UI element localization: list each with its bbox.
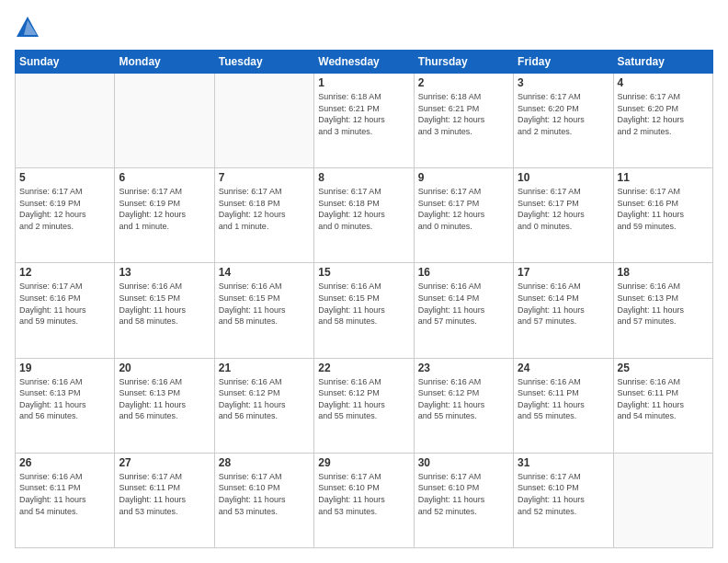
calendar-cell: 14Sunrise: 6:16 AM Sunset: 6:15 PM Dayli… [214,263,313,358]
day-info: Sunrise: 6:17 AM Sunset: 6:19 PM Dayligh… [19,186,110,232]
weekday-header-thursday: Thursday [414,51,513,74]
week-row-1: 5Sunrise: 6:17 AM Sunset: 6:19 PM Daylig… [16,168,713,263]
day-number: 27 [119,456,210,469]
day-number: 22 [318,362,409,374]
day-number: 19 [19,362,110,374]
calendar-cell: 3Sunrise: 6:17 AM Sunset: 6:20 PM Daylig… [514,74,613,168]
calendar: SundayMondayTuesdayWednesdayThursdayFrid… [15,50,713,548]
day-info: Sunrise: 6:16 AM Sunset: 6:15 PM Dayligh… [318,281,409,327]
day-number: 23 [418,362,509,374]
day-number: 18 [618,266,709,279]
calendar-cell: 2Sunrise: 6:18 AM Sunset: 6:21 PM Daylig… [414,74,513,168]
day-info: Sunrise: 6:17 AM Sunset: 6:11 PM Dayligh… [119,471,210,517]
calendar-cell: 8Sunrise: 6:17 AM Sunset: 6:18 PM Daylig… [314,168,414,263]
calendar-cell: 9Sunrise: 6:17 AM Sunset: 6:17 PM Daylig… [414,168,513,263]
day-info: Sunrise: 6:16 AM Sunset: 6:12 PM Dayligh… [318,376,409,422]
day-info: Sunrise: 6:16 AM Sunset: 6:13 PM Dayligh… [19,376,110,422]
day-number: 12 [19,266,110,279]
day-info: Sunrise: 6:16 AM Sunset: 6:15 PM Dayligh… [219,281,310,327]
day-number: 5 [19,171,110,184]
day-number: 26 [19,456,110,469]
calendar-cell: 20Sunrise: 6:16 AM Sunset: 6:13 PM Dayli… [115,358,214,453]
calendar-cell: 21Sunrise: 6:16 AM Sunset: 6:12 PM Dayli… [214,358,313,453]
day-info: Sunrise: 6:16 AM Sunset: 6:14 PM Dayligh… [418,281,509,327]
week-row-0: 1Sunrise: 6:18 AM Sunset: 6:21 PM Daylig… [16,74,713,168]
day-info: Sunrise: 6:17 AM Sunset: 6:17 PM Dayligh… [418,186,509,232]
day-info: Sunrise: 6:17 AM Sunset: 6:16 PM Dayligh… [618,186,709,232]
calendar-cell: 22Sunrise: 6:16 AM Sunset: 6:12 PM Dayli… [314,358,414,453]
day-info: Sunrise: 6:16 AM Sunset: 6:14 PM Dayligh… [518,281,609,327]
day-info: Sunrise: 6:16 AM Sunset: 6:11 PM Dayligh… [618,376,709,422]
day-info: Sunrise: 6:16 AM Sunset: 6:15 PM Dayligh… [119,281,210,327]
calendar-cell: 15Sunrise: 6:16 AM Sunset: 6:15 PM Dayli… [314,263,414,358]
weekday-header-row: SundayMondayTuesdayWednesdayThursdayFrid… [16,51,713,74]
week-row-2: 12Sunrise: 6:17 AM Sunset: 6:16 PM Dayli… [16,263,713,358]
calendar-cell: 4Sunrise: 6:17 AM Sunset: 6:20 PM Daylig… [613,74,712,168]
day-info: Sunrise: 6:17 AM Sunset: 6:10 PM Dayligh… [418,471,509,517]
day-info: Sunrise: 6:16 AM Sunset: 6:12 PM Dayligh… [219,376,310,422]
day-info: Sunrise: 6:17 AM Sunset: 6:10 PM Dayligh… [219,471,310,517]
day-number: 1 [318,76,409,89]
day-info: Sunrise: 6:17 AM Sunset: 6:20 PM Dayligh… [618,91,709,137]
day-number: 20 [119,362,210,374]
calendar-cell: 27Sunrise: 6:17 AM Sunset: 6:11 PM Dayli… [115,453,214,547]
day-info: Sunrise: 6:18 AM Sunset: 6:21 PM Dayligh… [318,91,409,137]
day-info: Sunrise: 6:17 AM Sunset: 6:10 PM Dayligh… [518,471,609,517]
calendar-cell [115,74,214,168]
day-info: Sunrise: 6:17 AM Sunset: 6:16 PM Dayligh… [19,281,110,327]
header [15,15,713,40]
day-number: 6 [119,171,210,184]
day-info: Sunrise: 6:17 AM Sunset: 6:20 PM Dayligh… [518,91,609,137]
calendar-cell: 13Sunrise: 6:16 AM Sunset: 6:15 PM Dayli… [115,263,214,358]
day-number: 11 [618,171,709,184]
calendar-cell: 10Sunrise: 6:17 AM Sunset: 6:17 PM Dayli… [514,168,613,263]
day-number: 4 [618,76,709,89]
day-number: 21 [219,362,310,374]
calendar-cell: 18Sunrise: 6:16 AM Sunset: 6:13 PM Dayli… [613,263,712,358]
calendar-cell: 19Sunrise: 6:16 AM Sunset: 6:13 PM Dayli… [16,358,115,453]
day-info: Sunrise: 6:17 AM Sunset: 6:10 PM Dayligh… [318,471,409,517]
day-info: Sunrise: 6:16 AM Sunset: 6:11 PM Dayligh… [19,471,110,517]
calendar-cell: 11Sunrise: 6:17 AM Sunset: 6:16 PM Dayli… [613,168,712,263]
day-info: Sunrise: 6:16 AM Sunset: 6:12 PM Dayligh… [418,376,509,422]
day-number: 7 [219,171,310,184]
day-number: 28 [219,456,310,469]
day-info: Sunrise: 6:17 AM Sunset: 6:19 PM Dayligh… [119,186,210,232]
day-info: Sunrise: 6:16 AM Sunset: 6:11 PM Dayligh… [518,376,609,422]
day-number: 16 [418,266,509,279]
calendar-cell: 6Sunrise: 6:17 AM Sunset: 6:19 PM Daylig… [115,168,214,263]
day-number: 15 [318,266,409,279]
calendar-cell: 16Sunrise: 6:16 AM Sunset: 6:14 PM Dayli… [414,263,513,358]
calendar-cell [214,74,313,168]
day-number: 13 [119,266,210,279]
day-info: Sunrise: 6:17 AM Sunset: 6:18 PM Dayligh… [318,186,409,232]
day-number: 17 [518,266,609,279]
calendar-cell: 5Sunrise: 6:17 AM Sunset: 6:19 PM Daylig… [16,168,115,263]
day-number: 31 [518,456,609,469]
weekday-header-friday: Friday [514,51,613,74]
calendar-cell [613,453,712,547]
calendar-cell: 24Sunrise: 6:16 AM Sunset: 6:11 PM Dayli… [514,358,613,453]
day-info: Sunrise: 6:17 AM Sunset: 6:17 PM Dayligh… [518,186,609,232]
calendar-cell: 26Sunrise: 6:16 AM Sunset: 6:11 PM Dayli… [16,453,115,547]
day-number: 30 [418,456,509,469]
day-info: Sunrise: 6:18 AM Sunset: 6:21 PM Dayligh… [418,91,509,137]
calendar-cell: 25Sunrise: 6:16 AM Sunset: 6:11 PM Dayli… [613,358,712,453]
week-row-3: 19Sunrise: 6:16 AM Sunset: 6:13 PM Dayli… [16,358,713,453]
calendar-cell: 7Sunrise: 6:17 AM Sunset: 6:18 PM Daylig… [214,168,313,263]
weekday-header-tuesday: Tuesday [214,51,313,74]
day-info: Sunrise: 6:16 AM Sunset: 6:13 PM Dayligh… [119,376,210,422]
day-number: 25 [618,362,709,374]
weekday-header-monday: Monday [115,51,214,74]
calendar-cell: 28Sunrise: 6:17 AM Sunset: 6:10 PM Dayli… [214,453,313,547]
logo-icon [15,15,40,40]
calendar-cell: 1Sunrise: 6:18 AM Sunset: 6:21 PM Daylig… [314,74,414,168]
day-number: 3 [518,76,609,89]
page: SundayMondayTuesdayWednesdayThursdayFrid… [0,0,728,563]
day-number: 29 [318,456,409,469]
calendar-cell: 29Sunrise: 6:17 AM Sunset: 6:10 PM Dayli… [314,453,414,547]
weekday-header-saturday: Saturday [613,51,712,74]
day-number: 10 [518,171,609,184]
calendar-cell: 17Sunrise: 6:16 AM Sunset: 6:14 PM Dayli… [514,263,613,358]
calendar-cell: 12Sunrise: 6:17 AM Sunset: 6:16 PM Dayli… [16,263,115,358]
